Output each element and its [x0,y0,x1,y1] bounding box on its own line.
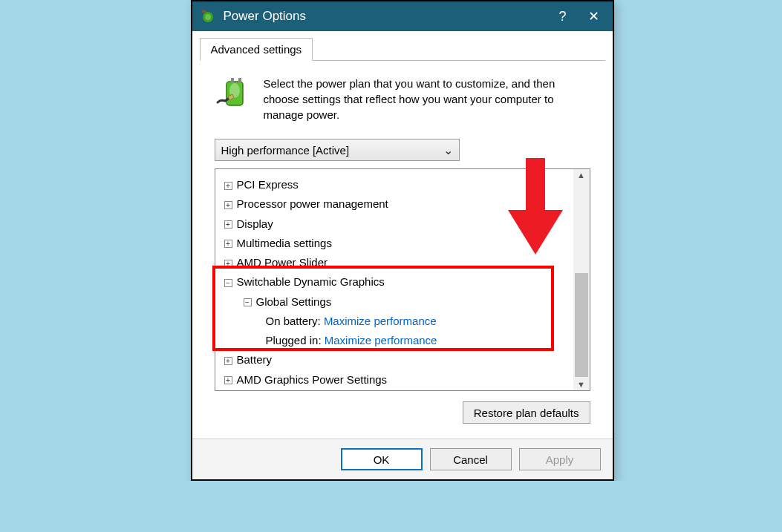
tree-item-amd-power-slider[interactable]: +AMD Power Slider [221,253,567,272]
tree-setting-on-battery[interactable]: On battery: Maximize performance [221,312,567,331]
tree-item-amd-graphics-power[interactable]: +AMD Graphics Power Settings [221,370,567,390]
battery-plug-icon [215,76,253,116]
expand-icon[interactable]: + [224,260,232,268]
expand-icon[interactable]: + [224,182,232,190]
window-title: Power Options [224,9,547,24]
expand-icon[interactable]: + [224,357,232,365]
tree-setting-plugged-in[interactable]: Plugged in: Maximize performance [221,331,567,350]
titlebar: Power Options ? ✕ [192,1,613,31]
power-icon [200,8,216,24]
dialog-content: Advanced settings Select the power plan … [192,31,613,439]
cancel-button[interactable]: Cancel [430,448,512,470]
tree-item-switchable-graphics[interactable]: −Switchable Dynamic Graphics [221,272,567,292]
expand-icon[interactable]: + [224,220,232,229]
tree-item-pci-express[interactable]: +PCI Express [221,175,567,194]
power-plan-select[interactable]: High performance [Active] [215,139,460,161]
tree-content: +PCI Express +Processor power management… [215,169,573,390]
tree-item-global-settings[interactable]: −Global Settings [221,292,567,312]
apply-button[interactable]: Apply [519,448,601,470]
expand-icon[interactable]: + [224,376,232,384]
restore-defaults-button[interactable]: Restore plan defaults [463,401,590,424]
tab-advanced-settings[interactable]: Advanced settings [200,38,313,61]
close-button[interactable]: ✕ [579,1,610,31]
collapse-icon[interactable]: − [244,298,252,306]
main-body: Select the power plan that you want to c… [200,61,605,431]
expand-icon[interactable]: + [224,201,232,209]
power-plan-selected: High performance [Active] [221,144,350,157]
help-button[interactable]: ? [547,1,579,31]
svg-rect-5 [238,78,241,82]
dialog-footer: OK Cancel Apply [192,439,613,479]
svg-rect-1 [202,10,206,13]
tree-item-multimedia[interactable]: +Multimedia settings [221,234,567,253]
scrollbar[interactable]: ▲ ▼ [573,169,590,390]
tree-item-display[interactable]: +Display [221,214,567,234]
intro-text: Select the power plan that you want to c… [264,76,590,122]
scroll-up-icon[interactable]: ▲ [577,169,585,181]
svg-rect-4 [231,78,234,82]
plugged-in-value[interactable]: Maximize performance [325,334,437,347]
ok-button[interactable]: OK [341,448,423,470]
tab-strip: Advanced settings [200,37,605,61]
collapse-icon[interactable]: − [224,279,232,287]
on-battery-value[interactable]: Maximize performance [324,315,437,327]
tree-item-processor-power[interactable]: +Processor power management [221,194,567,214]
expand-icon[interactable]: + [224,240,232,248]
scroll-down-icon[interactable]: ▼ [577,378,585,390]
svg-point-2 [205,14,211,20]
power-options-dialog: Power Options ? ✕ Advanced settings [191,0,614,481]
settings-tree: +PCI Express +Processor power management… [215,168,590,391]
tree-item-battery[interactable]: +Battery [221,350,567,370]
scroll-thumb[interactable] [575,273,588,377]
